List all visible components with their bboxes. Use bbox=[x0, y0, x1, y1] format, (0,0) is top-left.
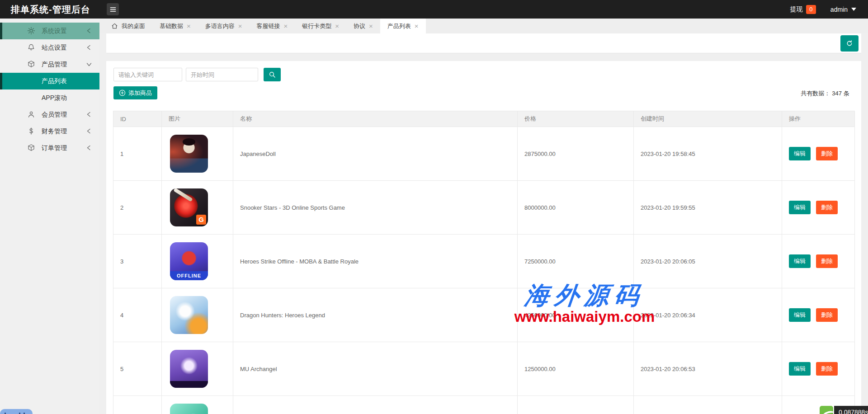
cell-price: 8000000.00 bbox=[518, 181, 634, 235]
close-icon[interactable]: × bbox=[284, 23, 288, 29]
cell-id: 4 bbox=[113, 288, 162, 342]
tab-customer-service-link[interactable]: 客服链接 × bbox=[250, 19, 295, 33]
tab-bar: 我的桌面 基础数据 × 多语言内容 × 客服链接 × 银行卡类型 × 协议 × … bbox=[99, 19, 868, 33]
cell-created: 2023-01-20 20:06:53 bbox=[634, 342, 782, 396]
sidebar-item-product-list[interactable]: 产品列表 bbox=[0, 73, 99, 89]
edit-button[interactable]: 编辑 bbox=[789, 362, 811, 376]
close-icon[interactable]: × bbox=[187, 23, 191, 29]
cell-created bbox=[634, 396, 782, 414]
add-product-button[interactable]: 添加商品 bbox=[113, 86, 157, 99]
cell-price: 7250000.00 bbox=[518, 235, 634, 288]
add-product-label: 添加商品 bbox=[128, 89, 152, 97]
sidebar-item-site-settings[interactable]: 站点设置 bbox=[0, 39, 99, 56]
keyword-input[interactable] bbox=[113, 68, 182, 81]
cube-icon bbox=[27, 60, 35, 68]
cell-name: MU Archangel bbox=[233, 342, 518, 396]
edit-button[interactable]: 编辑 bbox=[789, 254, 811, 268]
delete-button[interactable]: 删除 bbox=[816, 254, 838, 268]
hamburger-icon[interactable] bbox=[107, 3, 119, 15]
search-button[interactable] bbox=[264, 68, 281, 81]
sidebar-item-product-management[interactable]: 产品管理 bbox=[0, 56, 99, 73]
admin-page: 排单系统-管理后台 提现 0 admin 系统设置 bbox=[0, 0, 868, 414]
plus-circle-icon bbox=[119, 89, 126, 96]
withdraw-count-badge[interactable]: 0 bbox=[806, 5, 816, 14]
sidebar-item-label: 系统设置 bbox=[42, 27, 67, 35]
edit-button[interactable]: 编辑 bbox=[789, 308, 811, 322]
leaf-icon[interactable] bbox=[820, 406, 833, 414]
col-header-id: ID bbox=[113, 111, 162, 127]
japanese-doll-app-icon bbox=[170, 135, 208, 173]
col-header-price: 价格 bbox=[518, 111, 634, 127]
cell-id: 1 bbox=[113, 127, 162, 181]
dragon-hunters-app-icon bbox=[170, 296, 208, 334]
table-row: 3 OFFLINE Heroes Strike Offline - MOBA &… bbox=[113, 235, 855, 288]
search-row bbox=[113, 68, 281, 81]
total-value: 347 bbox=[832, 90, 842, 97]
total-count: 共有数据：347条 bbox=[801, 89, 851, 98]
user-menu[interactable]: admin bbox=[830, 6, 856, 13]
product-table: ID 图片 名称 价格 创建时间 操作 1 JapaneseDoll 28750… bbox=[113, 111, 855, 414]
cell-name: Snooker Stars - 3D Online Sports Game bbox=[233, 181, 518, 235]
sidebar-item-label: 财务管理 bbox=[42, 127, 67, 136]
snooker-stars-app-icon: G bbox=[170, 188, 208, 226]
col-header-created: 创建时间 bbox=[634, 111, 782, 127]
table-row bbox=[113, 396, 855, 414]
sidebar-item-label: 订单管理 bbox=[42, 144, 67, 152]
cube-icon bbox=[27, 144, 35, 152]
delete-button[interactable]: 删除 bbox=[816, 362, 838, 376]
table-row: 2 G Snooker Stars - 3D Online Sports Gam… bbox=[113, 181, 855, 235]
app-icon-badge bbox=[170, 381, 208, 388]
start-time-input[interactable] bbox=[186, 68, 258, 81]
table-row: 1 JapaneseDoll 2875000.00 2023-01-20 19:… bbox=[113, 127, 855, 181]
tab-basic-data[interactable]: 基础数据 × bbox=[152, 19, 198, 33]
close-icon[interactable]: × bbox=[415, 23, 419, 29]
total-label: 共有数据： bbox=[801, 90, 830, 97]
dollar-icon bbox=[27, 127, 35, 135]
delete-button[interactable]: 删除 bbox=[816, 201, 838, 214]
tab-agreement[interactable]: 协议 × bbox=[346, 19, 380, 33]
sidebar-item-system-settings[interactable]: 系统设置 bbox=[0, 23, 99, 39]
chevron-left-icon bbox=[85, 27, 93, 34]
sidebar-item-finance-management[interactable]: 财务管理 bbox=[0, 123, 99, 140]
close-icon[interactable]: × bbox=[335, 23, 339, 29]
sidebar-item-order-management[interactable]: 订单管理 bbox=[0, 140, 99, 156]
user-icon bbox=[27, 110, 35, 118]
tab-my-desktop[interactable]: 我的桌面 bbox=[104, 19, 152, 33]
cell-name: Heroes Strike Offline - MOBA & Battle Ro… bbox=[233, 235, 518, 288]
delete-button[interactable]: 删除 bbox=[816, 147, 838, 160]
mu-archangel-app-icon bbox=[170, 350, 208, 388]
teal-app-icon-partial bbox=[170, 404, 208, 414]
cell-name: Dragon Hunters: Heroes Legend bbox=[233, 288, 518, 342]
edit-button[interactable]: 编辑 bbox=[789, 147, 811, 160]
gear-icon bbox=[27, 27, 35, 35]
withdraw-link[interactable]: 提现 bbox=[790, 5, 803, 14]
sidebar-item-member-management[interactable]: 会员管理 bbox=[0, 106, 99, 123]
content-card: 添加商品 共有数据：347条 ID 图片 名称 价格 创建时间 操作 bbox=[106, 61, 861, 414]
tab-product-list[interactable]: 产品列表 × bbox=[380, 19, 426, 33]
cell-name: JapaneseDoll bbox=[233, 127, 518, 181]
tab-label: 协议 bbox=[354, 22, 365, 30]
tab-multilanguage[interactable]: 多语言内容 × bbox=[198, 19, 250, 33]
table-row: 4 Dragon Hunters: Heroes Legend 4250000.… bbox=[113, 288, 855, 342]
refresh-button[interactable] bbox=[840, 35, 859, 52]
load-time-badge: 0.087888s bbox=[834, 406, 868, 414]
tab-label: 产品列表 bbox=[387, 22, 411, 30]
chevron-left-icon bbox=[85, 144, 93, 151]
sidebar-item-label: 产品列表 bbox=[42, 77, 67, 85]
edit-button[interactable]: 编辑 bbox=[789, 201, 811, 214]
cell-name bbox=[233, 396, 518, 414]
cell-price: 1250000.00 bbox=[518, 342, 634, 396]
close-icon[interactable]: × bbox=[369, 23, 373, 29]
cell-created: 2023-01-20 20:06:34 bbox=[634, 288, 782, 342]
app-title: 排单系统-管理后台 bbox=[11, 4, 90, 16]
chat-widget-stub[interactable] bbox=[0, 409, 33, 414]
sidebar-item-app-scroll[interactable]: APP滚动 bbox=[0, 89, 99, 106]
tab-label: 客服链接 bbox=[257, 22, 280, 30]
cell-price: 4250000.00 bbox=[518, 288, 634, 342]
tab-bank-card-type[interactable]: 银行卡类型 × bbox=[295, 19, 346, 33]
close-icon[interactable]: × bbox=[238, 23, 242, 29]
cell-price bbox=[518, 396, 634, 414]
chevron-left-icon bbox=[85, 111, 93, 118]
total-unit: 条 bbox=[844, 90, 849, 97]
delete-button[interactable]: 删除 bbox=[816, 308, 838, 322]
